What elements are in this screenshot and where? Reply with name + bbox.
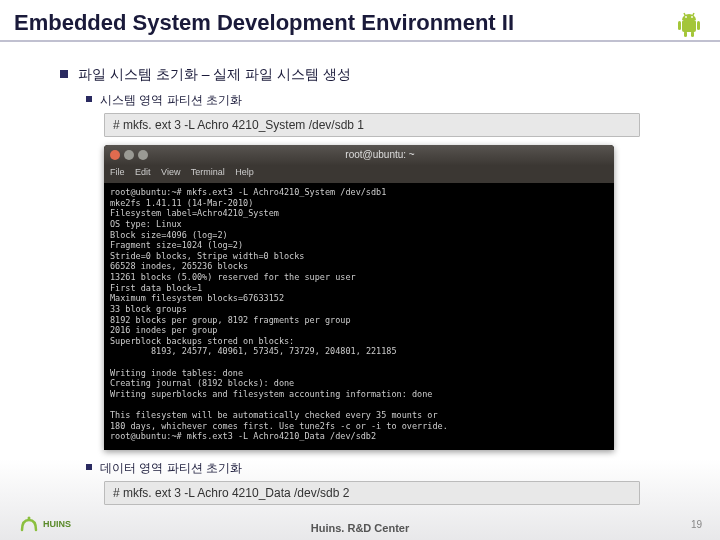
command-box-2: # mkfs. ext 3 -L Achro 4210_Data /dev/sd… — [104, 481, 640, 505]
bullet-square-icon — [86, 464, 92, 470]
page-number: 19 — [691, 519, 702, 530]
svg-rect-0 — [682, 20, 696, 32]
content-area: 파일 시스템 초기화 – 실제 파일 시스템 생성 시스템 영역 파티션 초기화… — [0, 42, 720, 505]
command-box-1: # mkfs. ext 3 -L Achro 4210_System /dev/… — [104, 113, 640, 137]
svg-point-9 — [28, 517, 31, 520]
bullet-sub2: 데이터 영역 파티션 초기화 — [86, 460, 660, 477]
menu-view: View — [161, 167, 180, 177]
bullet-square-icon — [86, 96, 92, 102]
menu-edit: Edit — [135, 167, 151, 177]
bullet-main-text: 파일 시스템 초기화 – 실제 파일 시스템 생성 — [78, 66, 351, 84]
terminal-title: root@ubuntu: ~ — [345, 149, 414, 162]
menu-file: File — [110, 167, 125, 177]
svg-rect-2 — [697, 21, 700, 30]
svg-point-8 — [691, 16, 693, 18]
svg-rect-1 — [678, 21, 681, 30]
svg-rect-4 — [691, 31, 694, 37]
svg-rect-3 — [684, 31, 687, 37]
bullet-sub1: 시스템 영역 파티션 초기화 — [86, 92, 660, 109]
terminal-output: root@ubuntu:~# mkfs.ext3 -L Achro4210_Sy… — [104, 183, 614, 450]
bullet-square-icon — [60, 70, 68, 78]
menu-help: Help — [235, 167, 254, 177]
minimize-icon — [124, 150, 134, 160]
logo-name: HUINS — [43, 520, 71, 529]
maximize-icon — [138, 150, 148, 160]
terminal-menubar: File Edit View Terminal Help — [104, 165, 614, 183]
svg-point-7 — [685, 16, 687, 18]
bullet-sub1-text: 시스템 영역 파티션 초기화 — [100, 92, 242, 109]
huins-logo: HUINS — [18, 514, 71, 534]
menu-terminal: Terminal — [191, 167, 225, 177]
close-icon — [110, 150, 120, 160]
android-icon — [672, 10, 706, 42]
terminal-titlebar: root@ubuntu: ~ — [104, 145, 614, 165]
page-title: Embedded System Development Environment … — [0, 0, 720, 42]
terminal-window: root@ubuntu: ~ File Edit View Terminal H… — [104, 145, 614, 450]
slide: Embedded System Development Environment … — [0, 0, 720, 540]
bullet-sub2-text: 데이터 영역 파티션 초기화 — [100, 460, 242, 477]
footer-bar: HUINS 19 — [0, 514, 720, 534]
bullet-main: 파일 시스템 초기화 – 실제 파일 시스템 생성 — [60, 66, 660, 84]
